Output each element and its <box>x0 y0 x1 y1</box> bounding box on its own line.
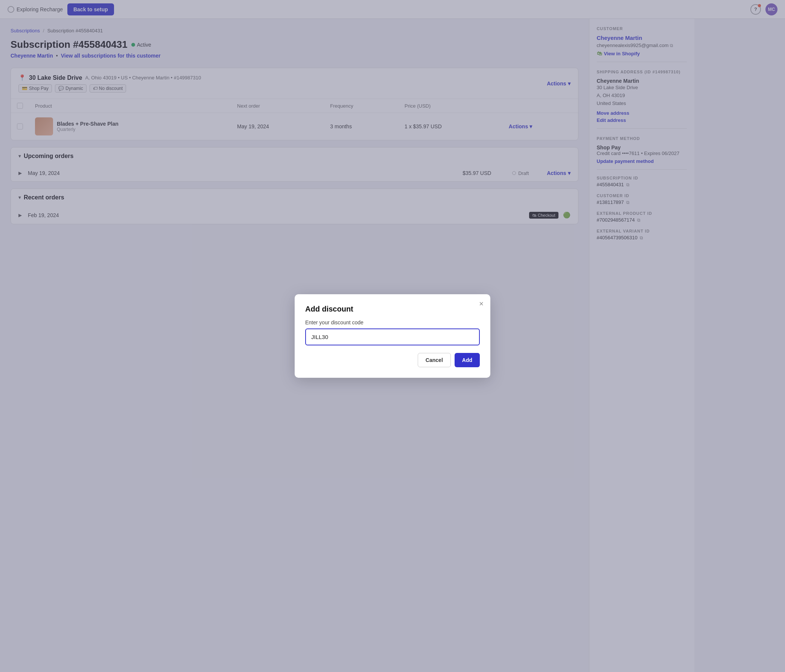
modal-title: Add discount <box>305 305 480 313</box>
discount-code-input[interactable] <box>305 328 480 345</box>
modal-input-label: Enter your discount code <box>305 319 480 325</box>
modal-add-button[interactable]: Add <box>455 353 480 367</box>
modal-cancel-button[interactable]: Cancel <box>418 353 451 367</box>
modal-actions: Cancel Add <box>305 353 480 367</box>
modal-close-button[interactable]: × <box>479 300 483 308</box>
modal-overlay[interactable]: Add discount × Enter your discount code … <box>0 0 785 672</box>
add-discount-modal: Add discount × Enter your discount code … <box>295 294 490 378</box>
